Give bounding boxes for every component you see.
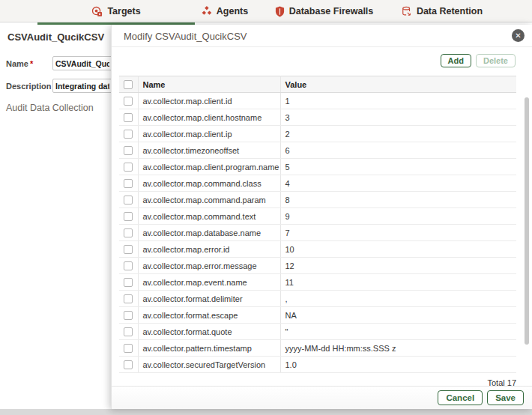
row-checkbox[interactable] <box>124 163 133 172</box>
page-background-strip <box>0 409 532 415</box>
attribute-name-cell: av.collector.map.client.ip <box>138 126 280 142</box>
cancel-button[interactable]: Cancel <box>438 390 483 405</box>
attribute-name-cell: av.collector.map.client.program.name <box>138 159 280 175</box>
attribute-name-cell: av.collector.pattern.timestamp <box>138 340 280 357</box>
table-row: av.collector.map.database.name 7 <box>119 225 516 241</box>
row-checkbox[interactable] <box>124 311 133 320</box>
attribute-value-cell: 5 <box>280 159 516 175</box>
attribute-value-cell: , <box>280 291 516 307</box>
tab-database-firewalls-label: Database Firewalls <box>289 6 374 16</box>
attribute-name-cell: av.collector.format.quote <box>138 324 280 340</box>
tab-data-retention-label: Data Retention <box>417 6 483 16</box>
dialog-body: Add Delete Name Value <box>112 54 532 387</box>
table-row: av.collector.map.client.id 1 <box>119 93 516 109</box>
dialog-footer: Cancel Save <box>112 386 532 409</box>
row-checkbox[interactable] <box>124 113 133 122</box>
dialog-header: Modify CSVAudit_QucikCSV ✕ <box>112 25 532 47</box>
table-header-row: Name Value <box>119 76 516 93</box>
table-row: av.collector.map.command.class 4 <box>119 175 516 192</box>
attribute-value-cell: " <box>280 324 516 340</box>
table-row: av.collector.securedTargetVersion 1.0 <box>119 357 516 373</box>
table-row: av.collector.format.quote " <box>119 324 516 340</box>
tab-agents-label: Agents <box>217 6 248 16</box>
attribute-value-cell: 9 <box>280 208 516 225</box>
row-checkbox[interactable] <box>124 179 133 188</box>
table-row: av.collector.map.error.id 10 <box>119 241 516 258</box>
description-field[interactable] <box>52 79 112 93</box>
agents-icon <box>202 6 212 16</box>
row-checkbox[interactable] <box>124 294 133 303</box>
row-checkbox[interactable] <box>124 360 133 369</box>
row-checkbox[interactable] <box>124 212 133 221</box>
row-checkbox[interactable] <box>124 130 133 139</box>
table-row: av.collector.format.delimiter , <box>119 291 516 307</box>
attribute-name-cell: av.collector.map.command.param <box>138 192 280 208</box>
name-column-header: Name <box>138 76 280 93</box>
tab-data-retention[interactable]: Data Retention <box>382 0 502 22</box>
tab-database-firewalls[interactable]: Database Firewalls <box>262 0 386 22</box>
attribute-value-cell: 12 <box>280 258 516 274</box>
tab-targets[interactable]: Targets <box>37 0 195 22</box>
value-column-header: Value <box>280 76 516 93</box>
name-label: Name* <box>6 59 52 68</box>
table-row: av.collector.pattern.timestamp yyyy-MM-d… <box>119 340 516 357</box>
delete-button[interactable]: Delete <box>476 54 516 67</box>
shield-icon <box>275 6 285 17</box>
attribute-value-cell: 2 <box>280 126 516 142</box>
attribute-value-cell: 7 <box>280 225 516 241</box>
row-checkbox[interactable] <box>124 261 133 270</box>
row-checkbox[interactable] <box>124 228 133 237</box>
attribute-value-cell: NA <box>280 307 516 324</box>
attribute-value-cell: yyyy-MM-dd HH:mm:ss.SSS z <box>280 340 516 357</box>
vertical-scrollbar[interactable] <box>525 97 529 345</box>
dialog-title: Modify CSVAudit_QucikCSV <box>124 31 247 42</box>
name-field-row: Name* <box>6 56 112 70</box>
tab-agents[interactable]: Agents <box>184 0 266 22</box>
database-clock-icon <box>402 6 412 17</box>
row-checkbox[interactable] <box>124 146 133 155</box>
close-icon[interactable]: ✕ <box>512 29 525 42</box>
attribute-value-cell: 1.0 <box>280 357 516 373</box>
select-all-checkbox[interactable] <box>124 80 133 89</box>
top-tab-bar: Targets Agents Database Firewalls <box>0 0 532 22</box>
attribute-name-cell: av.collector.timezoneoffset <box>138 142 280 159</box>
table-row: av.collector.format.escape NA <box>119 307 516 324</box>
save-button[interactable]: Save <box>487 390 524 405</box>
row-checkbox[interactable] <box>124 278 133 287</box>
name-field[interactable] <box>52 56 112 70</box>
attribute-name-cell: av.collector.map.client.id <box>138 93 280 109</box>
table-row: av.collector.map.command.param 8 <box>119 192 516 208</box>
attribute-name-cell: av.collector.map.event.name <box>138 274 280 291</box>
attribute-value-cell: 4 <box>280 175 516 192</box>
audit-data-collection-heading: Audit Data Collection <box>6 103 94 113</box>
description-label: Description <box>6 82 52 91</box>
attribute-name-cell: av.collector.map.database.name <box>138 225 280 241</box>
tab-targets-label: Targets <box>107 6 140 16</box>
attribute-name-cell: av.collector.map.command.text <box>138 208 280 225</box>
page-title: CSVAudit_QucikCSV <box>0 25 111 43</box>
attribute-value-cell: 11 <box>280 274 516 291</box>
row-checkbox[interactable] <box>124 327 133 336</box>
attribute-name-cell: av.collector.format.escape <box>138 307 280 324</box>
required-asterisk: * <box>30 59 33 68</box>
attribute-name-cell: av.collector.format.delimiter <box>138 291 280 307</box>
target-detail-panel: CSVAudit_QucikCSV Name* Description Audi… <box>0 25 111 409</box>
attribute-name-cell: av.collector.securedTargetVersion <box>138 357 280 373</box>
attribute-value-cell: 6 <box>280 142 516 159</box>
attribute-name-cell: av.collector.map.error.message <box>138 258 280 274</box>
table-row: av.collector.timezoneoffset 6 <box>119 142 516 159</box>
add-button[interactable]: Add <box>441 54 471 67</box>
table-row: av.collector.map.event.name 11 <box>119 274 516 291</box>
row-checkbox[interactable] <box>124 97 133 106</box>
description-field-row: Description <box>6 79 112 93</box>
table-row: av.collector.map.client.program.name 5 <box>119 159 516 175</box>
attribute-name-cell: av.collector.map.command.class <box>138 175 280 192</box>
row-checkbox[interactable] <box>124 245 133 254</box>
attribute-value-cell: 10 <box>280 241 516 258</box>
attribute-name-cell: av.collector.map.error.id <box>138 241 280 258</box>
row-checkbox[interactable] <box>124 196 133 205</box>
table-action-buttons: Add Delete <box>119 54 516 67</box>
row-checkbox[interactable] <box>124 344 133 353</box>
target-icon <box>91 6 103 17</box>
modify-target-dialog: Modify CSVAudit_QucikCSV ✕ Add Delete Na… <box>111 25 532 409</box>
